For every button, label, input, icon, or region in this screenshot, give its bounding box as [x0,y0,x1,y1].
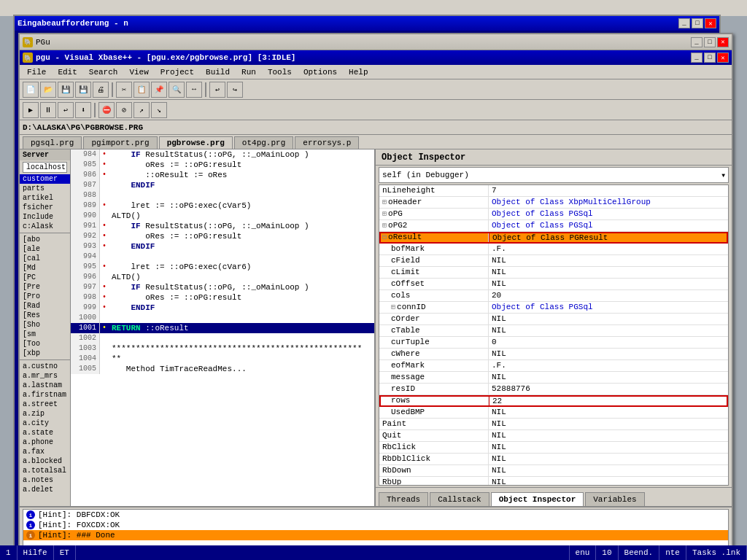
sidebar-item-parts[interactable]: parts [20,184,70,193]
inspector-row-oresult[interactable]: ⊟oResult Object of Class PGResult [379,232,728,244]
menu-tools[interactable]: Tools [262,66,298,78]
sidebar-item-fsicher[interactable]: fsicher [20,203,70,212]
sidebar-item-city[interactable]: a.city [20,419,70,428]
tb-open[interactable]: 📂 [40,82,56,98]
inspector-row[interactable]: cOrder NIL [379,314,728,325]
tb-replace[interactable]: ↔ [186,82,202,98]
tb-step[interactable]: ↗ [133,102,150,118]
sidebar-item-include[interactable]: Include [20,212,70,222]
sidebar-item-abo[interactable]: [abo [20,235,70,244]
pgu-inner-close[interactable]: ✕ [717,52,729,63]
inspector-row[interactable]: eofMark .F. [379,360,728,372]
tb-redo[interactable]: ↪ [227,82,243,98]
outer-close-btn[interactable]: ✕ [705,18,716,28]
menu-options[interactable]: Options [298,66,343,78]
sidebar-item-phone[interactable]: a.phone [20,438,70,447]
insp-tab-variables[interactable]: Variables [585,492,644,506]
server-value[interactable]: localhost [23,162,67,173]
tb-stepout[interactable]: ↘ [151,102,167,118]
inspector-row[interactable]: ⊞connID Object of Class PGSql [379,302,728,314]
inspector-row[interactable]: nLineheight 7 [379,185,728,197]
sidebar-item-notes[interactable]: a.notes [20,475,70,485]
sidebar-item-lastnam[interactable]: a.lastnam [20,381,70,390]
menu-help[interactable]: Help [343,66,374,78]
insp-tab-callstack[interactable]: Callstack [430,492,489,506]
inspector-row[interactable]: Paint NIL [379,419,728,430]
inspector-row[interactable]: cOffset NIL [379,279,728,290]
menu-build[interactable]: Build [200,66,236,78]
menu-file[interactable]: File [21,66,52,78]
status-item-hilfe[interactable]: Hilfe [18,545,54,560]
tb-copy[interactable]: 📋 [133,82,150,98]
sidebar-item-totalsal[interactable]: a.totalsal [20,466,70,475]
tb-save[interactable]: 💾 [58,82,74,98]
tb-undo[interactable]: ↩ [209,82,225,98]
sidebar-item-too[interactable]: [Too [20,339,70,349]
tab-ot4pg[interactable]: ot4pg.prg [234,136,293,149]
sidebar-item-pro[interactable]: [Pro [20,292,70,301]
status-item-tasks[interactable]: Tasks .lnk [686,545,747,560]
tb-cut[interactable]: ✂ [116,82,132,98]
code-editor[interactable]: 984 • IF ResultStatus(::oPG, ::_oMainLoo… [71,149,374,506]
inspector-row[interactable]: ⊞oPG2 Object of Class PGSql [379,220,728,232]
sidebar-item-mr-mrs[interactable]: a.mr_mrs [20,371,70,381]
sidebar-item-state[interactable]: a.state [20,428,70,438]
sidebar-item-blocked[interactable]: a.blocked [20,456,70,466]
inspector-row[interactable]: cField NIL [379,255,728,267]
tb-debug2[interactable]: ⏸ [40,102,56,118]
tb-search[interactable]: 🔍 [169,82,185,98]
inspector-row[interactable]: bofMark .F. [379,244,728,255]
pgu-inner-minimize[interactable]: _ [691,52,703,63]
sidebar-item-sm[interactable]: [sm [20,330,70,339]
inspector-row[interactable]: cols 20 [379,290,728,302]
menu-project[interactable]: Project [155,66,200,78]
tb-save2[interactable]: 💾 [75,82,91,98]
inspector-row[interactable]: RbDblClick NIL [379,454,728,465]
inspector-row[interactable]: cWhere NIL [379,349,728,360]
inspector-row[interactable]: message NIL [379,372,728,384]
sidebar-item-calask[interactable]: c:Alask [20,222,70,231]
tab-pgbrowse[interactable]: pgbrowse.prg [159,136,233,149]
sidebar-item-pc[interactable]: [PC [20,273,70,282]
sidebar-item-zip[interactable]: a.zip [20,409,70,419]
status-item-beend[interactable]: Beend. [619,545,660,560]
sidebar-item-artikel[interactable]: artikel [20,193,70,203]
sidebar-item-street[interactable]: a.street [20,400,70,409]
status-item-menu[interactable]: enu [570,545,597,560]
tb-debug1[interactable]: ▶ [23,102,39,118]
sidebar-item-custno[interactable]: a.custno [20,362,70,371]
tb-print[interactable]: 🖨 [93,82,109,98]
sidebar-item-sho[interactable]: [Sho [20,320,70,330]
sidebar-item-res[interactable]: [Res [20,311,70,320]
sidebar-item-rad[interactable]: [Rad [20,301,70,311]
inspector-row[interactable]: UsedBMP NIL [379,407,728,419]
inspector-row[interactable]: cLimit NIL [379,267,728,279]
sidebar-item-customer[interactable]: customer [20,174,70,184]
sidebar-item-md[interactable]: [Md [20,263,70,273]
sidebar-item-delet[interactable]: a.delet [20,485,70,494]
inspector-row[interactable]: Quit NIL [379,430,728,442]
tb-clear-bp[interactable]: ⊘ [116,102,132,118]
menu-search[interactable]: Search [83,66,124,78]
inspector-row[interactable]: ⊞oHeader Object of Class XbpMultiCellGro… [379,197,728,209]
outer-maximize-btn[interactable]: □ [692,18,703,28]
inspector-row[interactable]: resID 52888776 [379,384,728,395]
pgu-outer-close[interactable]: ✕ [717,37,729,47]
insp-tab-object-inspector[interactable]: Object Inspector [491,492,584,506]
sidebar-item-cal[interactable]: [cal [20,254,70,263]
tb-debug3[interactable]: ↩ [58,102,74,118]
tb-new[interactable]: 📄 [23,82,39,98]
sidebar-item-xbp[interactable]: [xbp [20,349,70,358]
sidebar-item-firstnam[interactable]: a.firstnam [20,390,70,400]
inspector-row[interactable]: RbClick NIL [379,442,728,454]
menu-run[interactable]: Run [236,66,262,78]
outer-minimize-btn[interactable]: _ [678,18,690,28]
insp-tab-threads[interactable]: Threads [379,492,428,506]
pgu-outer-maximize[interactable]: □ [704,37,716,47]
inspector-dropdown[interactable]: self (in Debugger) [379,167,729,183]
tab-pgimport[interactable]: pgimport.prg [83,136,157,149]
tab-pgsql[interactable]: pgsql.prg [23,136,82,149]
inspector-row[interactable]: curTuple 0 [379,337,728,349]
tb-paste[interactable]: 📌 [151,82,167,98]
tab-errorsys[interactable]: errorsys.p [295,136,359,149]
